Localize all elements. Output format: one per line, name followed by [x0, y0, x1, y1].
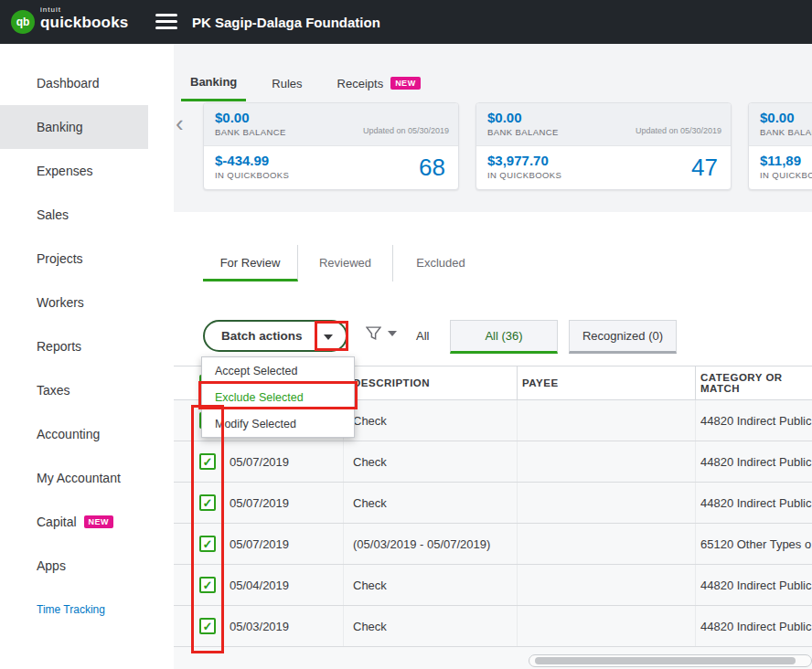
tab-rules[interactable]: Rules: [262, 68, 311, 101]
card-bottom: $11,89 IN QUICKBOOKS: [749, 146, 812, 180]
tab-for-review[interactable]: For Review: [203, 245, 298, 281]
quickbooks-logo: intuit quickbooks: [40, 6, 128, 30]
row-checkbox[interactable]: ✓: [199, 536, 216, 552]
card-top: $0.00 BANK BALANCE Updated on 05/30/2019: [749, 103, 812, 146]
cell-date: 05/07/2019: [224, 496, 343, 510]
quickbooks-amount: $11,89: [760, 153, 812, 168]
batch-actions-menu: Accept Selected Exclude Selected Modify …: [201, 356, 355, 438]
checkbox-cell: ✓: [174, 453, 224, 470]
carousel-left-chevron-icon[interactable]: ‹: [176, 112, 184, 135]
sidebar-item-accounting[interactable]: Accounting: [0, 412, 174, 456]
account-card[interactable]: $0.00 BANK BALANCE Updated on 05/30/2019…: [748, 102, 812, 190]
in-quickbooks-label: IN QUICKBOOKS: [760, 170, 812, 180]
cell-category: 65120 Other Types o: [695, 524, 812, 564]
scrollbar-thumb[interactable]: [535, 657, 796, 664]
sidebar-item-capital[interactable]: Capital NEW: [0, 500, 174, 544]
sidebar-item-apps[interactable]: Apps: [0, 544, 174, 588]
horizontal-scrollbar[interactable]: [529, 654, 812, 667]
sidebar-item-my-accountant[interactable]: My Accountant: [0, 456, 174, 500]
cell-date: 05/07/2019: [224, 537, 343, 551]
cell-payee: [517, 565, 695, 605]
column-header-payee: PAYEE: [517, 366, 695, 399]
sidebar-item-dashboard[interactable]: Dashboard: [0, 61, 174, 105]
checkbox-cell: ✓: [174, 494, 224, 511]
sidebar-item-label: Sales: [37, 207, 69, 222]
cell-payee: [517, 606, 695, 646]
row-checkbox[interactable]: ✓: [199, 577, 216, 593]
checkbox-cell: ✓: [174, 618, 224, 634]
transaction-count: 47: [691, 154, 718, 182]
cell-date: 05/04/2019: [224, 579, 343, 592]
tab-reviewed[interactable]: Reviewed: [298, 245, 393, 281]
table-row[interactable]: ✓ 05/07/2019 (05/03/2019 - 05/07/2019) 6…: [174, 524, 812, 565]
sidebar-item-time-tracking[interactable]: Time Tracking: [0, 588, 174, 632]
row-checkbox[interactable]: ✓: [199, 618, 216, 634]
sidebar-item-label: Reports: [37, 339, 81, 354]
caret-down-icon[interactable]: [324, 334, 333, 340]
sidebar-item-banking[interactable]: Banking: [0, 105, 148, 149]
table-row[interactable]: ✓ 05/03/2019 Check 44820 Indirect Public: [174, 606, 812, 647]
intuit-label: intuit: [40, 6, 128, 14]
table-row[interactable]: ✓ 05/04/2019 Check 44820 Indirect Public: [174, 565, 812, 606]
tab-receipts[interactable]: Receipts NEW: [328, 68, 430, 101]
cell-category: 44820 Indirect Public: [695, 606, 812, 646]
account-card[interactable]: $0.00 BANK BALANCE Updated on 05/30/2019…: [203, 102, 459, 190]
cell-description: Check: [343, 565, 517, 605]
menu-item-exclude-selected[interactable]: Exclude Selected: [202, 384, 354, 410]
account-card[interactable]: $0.00 BANK BALANCE Updated on 05/30/2019…: [475, 102, 732, 190]
sidebar-nav: Dashboard Banking Expenses Sales Project…: [0, 44, 174, 669]
quickbooks-logo-icon: qb: [11, 10, 35, 34]
updated-date: Updated on 05/30/2019: [636, 126, 721, 135]
card-top: $0.00 BANK BALANCE Updated on 05/30/2019: [204, 103, 458, 146]
cell-date: 05/07/2019: [224, 455, 343, 469]
cell-description: Check: [343, 441, 517, 482]
cell-payee: [517, 441, 695, 482]
hamburger-menu-icon[interactable]: [155, 14, 179, 30]
cell-category: 44820 Indirect Public: [695, 565, 812, 605]
row-checkbox[interactable]: ✓: [199, 494, 216, 511]
tab-label: Rules: [272, 77, 302, 90]
tab-label: Banking: [190, 75, 237, 89]
cell-payee: [517, 524, 695, 564]
menu-item-accept-selected[interactable]: Accept Selected: [202, 357, 354, 384]
sidebar-item-label: Expenses: [37, 164, 92, 178]
bank-balance-label: BANK BALANCE: [760, 127, 812, 137]
sidebar-item-label: Banking: [37, 120, 83, 134]
tab-label: For Review: [220, 256, 281, 270]
cell-payee: [517, 483, 695, 523]
filter-control[interactable]: [366, 325, 397, 341]
tab-banking[interactable]: Banking: [181, 68, 246, 101]
tab-label: Reviewed: [319, 256, 371, 270]
sidebar-item-label: Taxes: [37, 383, 70, 398]
row-checkbox[interactable]: ✓: [199, 453, 216, 470]
checkbox-cell: ✓: [174, 536, 224, 552]
cell-category: 44820 Indirect Public: [695, 483, 812, 523]
quickbooks-amount: $-434.99: [215, 153, 447, 168]
sidebar-item-projects[interactable]: Projects: [0, 237, 174, 281]
cell-description: Check: [343, 483, 517, 523]
all-transactions-button[interactable]: All (36): [450, 320, 558, 354]
table-row[interactable]: ✓ 05/07/2019 Check 44820 Indirect Public: [174, 483, 812, 524]
sidebar-item-sales[interactable]: Sales: [0, 193, 174, 237]
tab-excluded[interactable]: Excluded: [393, 245, 488, 281]
cell-category: 44820 Indirect Public: [695, 400, 812, 441]
sidebar-item-label: Accounting: [37, 427, 100, 441]
top-header-bar: qb intuit quickbooks PK Sagip-Dalaga Fou…: [0, 0, 812, 44]
card-bottom: $-434.99 IN QUICKBOOKS 68: [204, 146, 458, 180]
sidebar-item-workers[interactable]: Workers: [0, 281, 174, 324]
cell-category: 44820 Indirect Public: [695, 441, 812, 482]
sidebar-item-taxes[interactable]: Taxes: [0, 368, 174, 412]
sidebar-item-reports[interactable]: Reports: [0, 324, 174, 368]
updated-date: Updated on 05/30/2019: [363, 126, 449, 135]
batch-actions-button[interactable]: Batch actions: [203, 320, 347, 352]
bank-balance-amount: $0.00: [760, 110, 812, 125]
sidebar-item-expenses[interactable]: Expenses: [0, 149, 174, 193]
table-row[interactable]: ✓ 05/07/2019 Check 44820 Indirect Public: [174, 441, 812, 483]
recognized-button[interactable]: Recognized (0): [569, 320, 677, 354]
in-quickbooks-label: IN QUICKBOOKS: [215, 170, 447, 180]
new-badge: NEW: [390, 77, 421, 90]
sidebar-item-label: My Accountant: [37, 471, 121, 485]
checkbox-cell: ✓: [174, 577, 224, 593]
menu-item-modify-selected[interactable]: Modify Selected: [202, 410, 354, 437]
sidebar-item-label: Projects: [37, 251, 83, 266]
